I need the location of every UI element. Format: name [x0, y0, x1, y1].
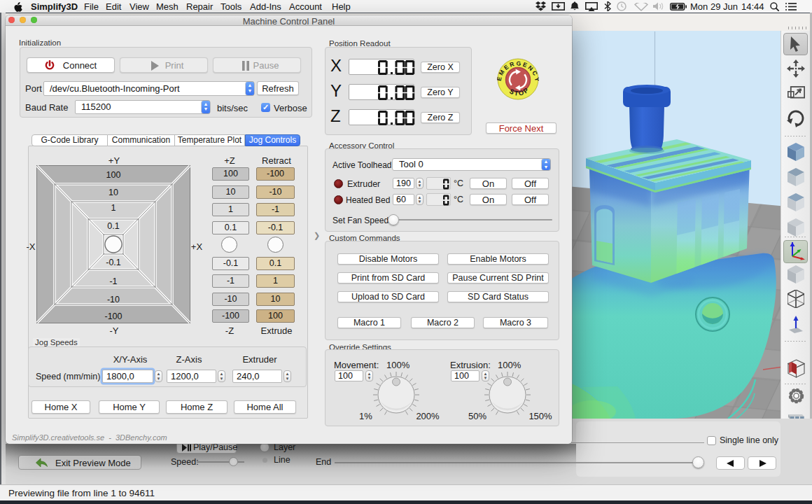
svg-text:-0.1: -0.1 [106, 258, 121, 267]
svg-text:-1: -1 [109, 276, 117, 286]
svg-text:100: 100 [106, 170, 121, 180]
svg-text:-10: -10 [107, 295, 120, 304]
svg-text:0.1: 0.1 [107, 221, 119, 231]
svg-text:10: 10 [108, 188, 118, 197]
svg-text:-100: -100 [104, 312, 122, 321]
svg-text:1: 1 [111, 203, 116, 213]
